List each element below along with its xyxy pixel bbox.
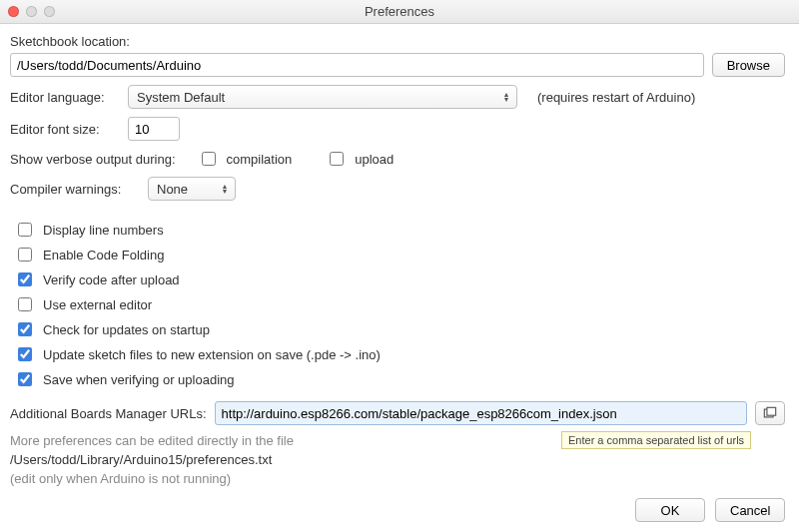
zoom-icon[interactable] — [44, 6, 55, 17]
external-editor-label: Use external editor — [43, 297, 152, 312]
chevron-updown-icon: ▲▼ — [221, 184, 229, 194]
sketchbook-label: Sketchbook location: — [10, 34, 130, 49]
verbose-label: Show verbose output during: — [10, 152, 176, 167]
more-prefs-path: /Users/todd/Library/Arduino15/preference… — [10, 452, 785, 467]
window-title: Preferences — [0, 4, 799, 19]
update-ext-checkbox[interactable] — [18, 347, 32, 361]
check-updates-label: Check for updates on startup — [43, 322, 210, 337]
check-updates-checkbox[interactable] — [18, 322, 32, 336]
chevron-updown-icon: ▲▼ — [502, 92, 510, 102]
display-line-numbers-checkbox[interactable] — [18, 223, 32, 237]
warnings-select[interactable]: None ▲▼ — [148, 177, 236, 201]
sketchbook-path-input[interactable] — [10, 53, 704, 77]
traffic-lights — [8, 6, 55, 17]
warnings-value: None — [157, 182, 188, 197]
boards-label: Additional Boards Manager URLs: — [10, 406, 207, 421]
compilation-label: compilation — [227, 152, 293, 167]
warnings-label: Compiler warnings: — [10, 182, 140, 197]
boards-urls-input[interactable] — [215, 401, 747, 425]
save-verify-label: Save when verifying or uploading — [43, 372, 235, 387]
update-ext-label: Update sketch files to new extension on … — [43, 347, 381, 362]
fontsize-input[interactable] — [128, 117, 180, 141]
external-editor-checkbox[interactable] — [18, 297, 32, 311]
language-note: (requires restart of Arduino) — [537, 90, 695, 105]
verify-upload-label: Verify code after upload — [43, 272, 180, 287]
more-prefs-line3: (edit only when Arduino is not running) — [10, 471, 785, 486]
titlebar: Preferences — [0, 0, 799, 24]
language-value: System Default — [137, 90, 225, 105]
save-verify-checkbox[interactable] — [18, 372, 32, 386]
cancel-button[interactable]: Cancel — [715, 498, 785, 522]
boards-tooltip: Enter a comma separated list of urls — [561, 431, 751, 449]
boards-expand-button[interactable] — [755, 401, 785, 425]
content: Sketchbook location: Browse Editor langu… — [0, 24, 799, 494]
footer-buttons: OK Cancel — [635, 498, 785, 522]
ok-button[interactable]: OK — [635, 498, 705, 522]
code-folding-checkbox[interactable] — [18, 248, 32, 262]
compilation-checkbox[interactable] — [202, 152, 216, 166]
close-icon[interactable] — [8, 6, 19, 17]
fontsize-label: Editor font size: — [10, 122, 120, 137]
verify-upload-checkbox[interactable] — [18, 272, 32, 286]
browse-button[interactable]: Browse — [712, 53, 785, 77]
upload-checkbox[interactable] — [330, 152, 344, 166]
code-folding-label: Enable Code Folding — [43, 248, 164, 263]
minimize-icon[interactable] — [26, 6, 37, 17]
language-select[interactable]: System Default ▲▼ — [128, 85, 517, 109]
svg-rect-1 — [767, 407, 776, 415]
display-line-numbers-label: Display line numbers — [43, 223, 164, 238]
language-label: Editor language: — [10, 90, 120, 105]
window-icon — [763, 406, 777, 420]
upload-label: upload — [355, 152, 394, 167]
